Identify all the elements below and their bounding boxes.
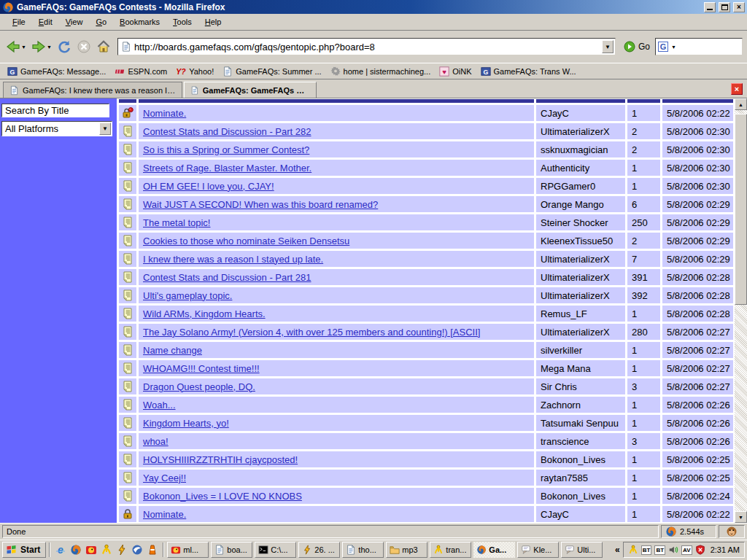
doc-icon xyxy=(190,85,199,96)
internet-explorer-icon[interactable]: e xyxy=(55,544,66,556)
topic-title-cell: HOLYSHIIIRZZTRHTIH cjaycposted! xyxy=(139,451,534,467)
taskbar-button[interactable]: ml... xyxy=(167,542,209,558)
topic-link[interactable]: Wait JUST A SECOND! When was this board … xyxy=(143,199,378,210)
taskbar-button[interactable]: Kle... xyxy=(517,542,559,558)
go-button[interactable]: Go xyxy=(621,39,653,54)
taskbar-button[interactable]: boa... xyxy=(211,542,252,558)
topic-link[interactable]: HOLYSHIIIRZZTRHTIH cjaycposted! xyxy=(143,454,298,465)
minimize-button[interactable] xyxy=(704,2,716,12)
platform-dropdown-icon[interactable]: ▼ xyxy=(99,122,111,135)
taskbar-button[interactable]: C:\... xyxy=(255,542,296,558)
extension-status[interactable] xyxy=(719,525,745,538)
home-button[interactable] xyxy=(95,38,112,55)
bookmark-item[interactable]: Y?Yahoo! xyxy=(174,66,218,77)
topic-link[interactable]: Name change xyxy=(143,345,202,356)
tab-inactive[interactable]: GameFAQs: I knew there was a reason I st… xyxy=(3,82,182,98)
taskbar-button[interactable]: tran... xyxy=(430,542,471,558)
topic-link[interactable]: Woah... xyxy=(143,400,176,411)
scroll-thumb[interactable] xyxy=(735,114,747,305)
topic-icon-cell xyxy=(119,324,136,340)
bookmark-item[interactable]: home | sistermachineg... xyxy=(329,66,436,77)
forward-dropdown-icon[interactable]: ▼ xyxy=(47,44,52,50)
menu-go[interactable]: Go xyxy=(89,15,113,28)
topic-link[interactable]: Kingdom Hearts, yo! xyxy=(143,418,229,429)
vlc-icon[interactable] xyxy=(147,544,158,556)
google-engine-icon[interactable]: G xyxy=(657,41,669,52)
back-dropdown-icon[interactable]: ▼ xyxy=(21,44,26,50)
menu-tools[interactable]: Tools xyxy=(166,15,198,28)
topic-link[interactable]: Streets of Rage. Blaster Master. Mother. xyxy=(143,163,311,174)
platform-select[interactable]: All Platforms ▼ xyxy=(1,121,112,136)
topic-link[interactable]: Dragon Quest people, DQ. xyxy=(143,381,255,392)
taskbar-button[interactable]: tho... xyxy=(342,542,384,558)
topic-link[interactable]: Yay Ceej!! xyxy=(143,472,186,483)
menu-help[interactable]: Help xyxy=(198,15,228,28)
taskbar-button-label: Ga... xyxy=(489,545,506,554)
bookmark-item[interactable]: GGameFAQs: Trans W... xyxy=(479,66,581,77)
bookmark-item[interactable]: ESPN.com xyxy=(113,66,171,77)
url-input[interactable] xyxy=(134,42,599,52)
bookmark-item[interactable]: GameFAQs: Summer ... xyxy=(221,66,325,77)
taskbar-button[interactable]: 26. ... xyxy=(298,542,340,558)
topic-link[interactable]: Ulti's gameplay topic. xyxy=(143,290,232,301)
menu-bookmarks[interactable]: Bookmarks xyxy=(113,15,166,28)
topic-link[interactable]: The Jay Solano Army! (Version 4, with ov… xyxy=(143,327,480,338)
topic-icon-cell xyxy=(119,287,136,303)
topic-link[interactable]: Cookies to those who nominate Seiken Den… xyxy=(143,236,349,246)
aim-user-icon[interactable] xyxy=(628,545,638,555)
engine-dropdown-icon[interactable]: ▼ xyxy=(671,44,676,50)
topic-link[interactable]: Contest Stats and Discussion - Part 281 xyxy=(143,272,311,283)
topic-msgs-cell: 3 xyxy=(627,378,660,394)
av-icon[interactable]: AV xyxy=(681,545,692,555)
topic-link[interactable]: WHOAMG!!! Contest time!!! xyxy=(143,363,260,374)
aim-icon[interactable] xyxy=(101,544,112,556)
menu-file[interactable]: File xyxy=(6,15,32,28)
bookmark-item[interactable]: ♥OiNK xyxy=(438,66,476,77)
topic-link[interactable]: Bokonon_Lives = I LOVE NO KNOBS xyxy=(143,491,302,502)
bookmark-item[interactable]: GGameFAQs: Message... xyxy=(6,66,110,77)
menu-edit[interactable]: Edit xyxy=(32,15,59,28)
scroll-up-icon[interactable]: ▲ xyxy=(735,98,747,110)
menu-view[interactable]: View xyxy=(59,15,90,28)
topic-link[interactable]: whoa! xyxy=(143,436,169,447)
topic-lastpost-cell: 5/8/2006 02:28 xyxy=(662,269,733,285)
forward-button[interactable]: ▼ xyxy=(30,38,53,55)
svg-text:Y?: Y? xyxy=(176,66,186,75)
topic-link[interactable]: Contest Stats and Discussion - Part 282 xyxy=(143,126,311,137)
close-button[interactable]: × xyxy=(733,2,745,12)
topic-link[interactable]: Nominate. xyxy=(143,108,186,119)
reload-button[interactable] xyxy=(55,38,73,55)
mirc-icon[interactable] xyxy=(85,544,97,556)
url-dropdown-button[interactable]: ▼ xyxy=(602,40,614,53)
stop-button[interactable] xyxy=(75,38,93,55)
vertical-scrollbar[interactable]: ▲ ▼ xyxy=(735,98,747,523)
scroll-down-icon[interactable]: ▼ xyxy=(735,511,747,523)
bt-icon[interactable]: BT xyxy=(654,545,665,555)
search-by-title-input[interactable] xyxy=(1,104,109,117)
topic-link[interactable]: Nominate. xyxy=(143,509,186,520)
topic-author-cell: ssknuxmagician xyxy=(536,141,625,158)
thunderbird-icon[interactable] xyxy=(131,544,143,556)
topic-link[interactable]: So is this a Spring or Summer Contest? xyxy=(143,144,309,155)
winamp-icon[interactable] xyxy=(116,544,128,556)
taskbar-button[interactable]: Ulti... xyxy=(561,542,603,558)
firefox-icon[interactable] xyxy=(70,544,82,556)
back-button[interactable]: ▼ xyxy=(4,38,28,55)
tab-close-icon[interactable]: × xyxy=(731,83,743,95)
taskbar-button[interactable]: mp3 xyxy=(386,542,427,558)
volume-icon[interactable] xyxy=(668,545,678,555)
web-search-input[interactable] xyxy=(678,42,740,52)
topic-link[interactable]: OH EM GEE! I love you, CJAY! xyxy=(143,181,274,192)
topic-row: Contest Stats and Discussion - Part 281U… xyxy=(119,269,733,285)
topic-link[interactable]: The metal topic! xyxy=(143,217,211,228)
topic-author-cell: Zachnorn xyxy=(536,397,625,413)
tray-overflow-icon[interactable]: « xyxy=(615,545,620,555)
security-shield-icon[interactable] xyxy=(695,545,705,555)
topic-link[interactable]: I knew there was a reason I stayed up la… xyxy=(143,254,323,265)
taskbar-button[interactable]: Ga... xyxy=(473,542,515,558)
start-button[interactable]: Start xyxy=(2,542,46,558)
maximize-button[interactable] xyxy=(719,2,730,12)
bt-icon[interactable]: BT xyxy=(641,545,652,555)
topic-link[interactable]: Wild ARMs, Kingdom Hearts. xyxy=(143,308,266,319)
tab-active[interactable]: GameFAQs: GameFAQs Contests xyxy=(184,82,317,98)
